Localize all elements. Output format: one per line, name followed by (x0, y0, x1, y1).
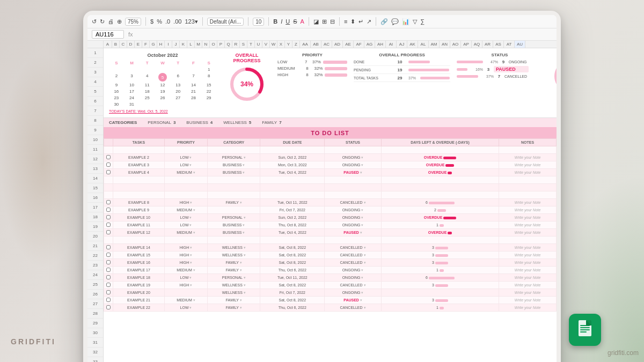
cell-reference[interactable]: AU116 (92, 30, 124, 39)
col-af[interactable]: AF (354, 41, 364, 48)
percent-icon[interactable]: % (157, 18, 162, 25)
col-c[interactable]: C (120, 41, 127, 48)
table-row[interactable]: EXAMPLE 20WELLNESS ▾Fri, Oct 7, 2022ONGO… (104, 289, 557, 297)
col-j[interactable]: J (172, 41, 180, 48)
col-ah[interactable]: AH (375, 41, 386, 48)
row-checkbox[interactable] (104, 229, 113, 237)
row-category[interactable] (208, 176, 260, 184)
table-row[interactable] (104, 176, 557, 184)
wrap-btn[interactable]: ↵ (358, 18, 363, 25)
row-priority[interactable]: MEDIUM ▾ (164, 206, 207, 214)
cal-day-12[interactable]: 12 (155, 82, 170, 88)
row-32[interactable]: 32 (87, 348, 103, 357)
row-checkbox[interactable] (104, 221, 113, 229)
row-checkbox[interactable] (104, 206, 113, 214)
print-icon[interactable]: 🖨 (108, 18, 114, 25)
row-priority[interactable]: HIGH ▾ (164, 282, 207, 289)
row-checkbox[interactable] (104, 199, 113, 206)
row-category[interactable]: FAMILY ▾ (208, 259, 260, 267)
row-23[interactable]: 23 (87, 261, 103, 270)
col-y[interactable]: Y (285, 41, 292, 48)
row-checkbox[interactable] (104, 154, 113, 161)
row-22[interactable]: 22 (87, 251, 103, 261)
row-category[interactable]: WELLNESS ▾ (208, 244, 260, 252)
table-row[interactable]: EXAMPLE 3LOW ▾BUSINESS ▾Mon, Oct 3, 2022… (104, 161, 557, 169)
cal-day-31[interactable]: 31 (125, 101, 140, 107)
row-31[interactable]: 31 (87, 338, 103, 348)
table-row[interactable]: EXAMPLE 8HIGH ▾FAMILY ▾Tue, Oct 11, 2022… (104, 199, 557, 206)
cal-day-13[interactable]: 13 (171, 82, 186, 88)
font-select[interactable]: Default (Ari... (207, 18, 244, 26)
zoom-select[interactable]: 75% (125, 18, 141, 26)
row-5[interactable]: 5 (87, 87, 103, 97)
merge-btn[interactable]: ⊟ (330, 18, 335, 25)
table-row[interactable]: EXAMPLE 12MEDIUM ▾BUSINESS ▾Tue, Oct 4, … (104, 229, 557, 237)
row-status[interactable] (325, 146, 381, 154)
borders-btn[interactable]: ⊞ (322, 18, 327, 25)
row-status[interactable]: CANCELLED ▾ (325, 244, 381, 252)
row-status[interactable] (325, 184, 381, 191)
cal-day-8[interactable]: 8 (201, 73, 216, 82)
row-24[interactable]: 24 (87, 270, 103, 280)
row-3[interactable]: 3 (87, 68, 103, 77)
format-num[interactable]: 123▾ (185, 18, 197, 25)
table-row[interactable]: EXAMPLE 10LOW ▾PERSONAL ▾Sun, Oct 2, 202… (104, 214, 557, 221)
cal-day-10[interactable]: 10 (125, 82, 140, 88)
col-w[interactable]: W (270, 41, 277, 48)
cal-day-19[interactable]: 19 (155, 88, 170, 94)
cal-day-3[interactable]: 3 (125, 73, 140, 82)
row-category[interactable]: BUSINESS ▾ (208, 169, 260, 176)
cal-day-29[interactable]: 29 (201, 95, 216, 101)
row-priority[interactable]: LOW ▾ (164, 304, 207, 312)
row-1[interactable]: 1 (87, 48, 103, 58)
row-category[interactable]: BUSINESS ▾ (208, 229, 260, 237)
row-status[interactable]: CANCELLED ▾ (325, 282, 381, 289)
cal-day-9[interactable]: 9 (109, 82, 124, 88)
row-priority[interactable] (164, 146, 207, 154)
col-ag[interactable]: AG (364, 41, 375, 48)
fill-color-btn[interactable]: ◪ (313, 18, 319, 25)
cal-day-28[interactable]: 28 (186, 95, 201, 101)
row-category[interactable]: WELLNESS ▾ (208, 282, 260, 289)
cal-day-14[interactable]: 14 (186, 82, 201, 88)
table-row[interactable] (104, 146, 557, 154)
col-z[interactable]: Z (292, 41, 300, 48)
col-l[interactable]: L (187, 41, 195, 48)
col-o[interactable]: O (210, 41, 217, 48)
row-7[interactable]: 7 (87, 106, 103, 116)
col-g[interactable]: G (150, 41, 157, 48)
col-am[interactable]: AM (429, 41, 440, 48)
size-select[interactable]: 10 (253, 18, 264, 26)
row-checkbox[interactable] (104, 237, 113, 244)
cal-day-1[interactable]: 1 (201, 67, 216, 72)
currency-icon[interactable]: $ (150, 18, 153, 25)
row-29[interactable]: 29 (87, 319, 103, 328)
row-category[interactable]: WELLNESS ▾ (208, 289, 260, 297)
col-ak[interactable]: AK (407, 41, 418, 48)
filter-btn[interactable]: ▽ (413, 18, 417, 25)
col-h[interactable]: H (157, 41, 165, 48)
chart-btn[interactable]: 📊 (402, 18, 409, 25)
row-priority[interactable]: HIGH ▾ (164, 199, 207, 206)
row-status[interactable] (325, 176, 381, 184)
col-k[interactable]: K (180, 41, 187, 48)
col-ai[interactable]: AI (386, 41, 397, 48)
row-category[interactable]: PERSONAL ▾ (208, 214, 260, 221)
row-11[interactable]: 11 (87, 145, 103, 154)
col-ae[interactable]: AE (343, 41, 354, 48)
cal-day-21[interactable]: 21 (186, 88, 201, 94)
cal-day-5-today[interactable]: 5 (158, 73, 167, 82)
row-20[interactable]: 20 (87, 232, 103, 241)
bold-btn[interactable]: B (273, 18, 277, 25)
row-status[interactable]: ONGOING ▾ (325, 221, 381, 229)
col-r[interactable]: R (232, 41, 240, 48)
row-checkbox[interactable] (104, 267, 113, 274)
row-category[interactable] (208, 184, 260, 191)
row-status[interactable]: ONGOING ▾ (325, 206, 381, 214)
row-priority[interactable]: LOW ▾ (164, 154, 207, 161)
row-checkbox[interactable] (104, 274, 113, 282)
row-priority[interactable] (164, 237, 207, 244)
table-row[interactable] (104, 237, 557, 244)
cal-day-26[interactable]: 26 (155, 95, 170, 101)
row-category[interactable]: FAMILY ▾ (208, 199, 260, 206)
